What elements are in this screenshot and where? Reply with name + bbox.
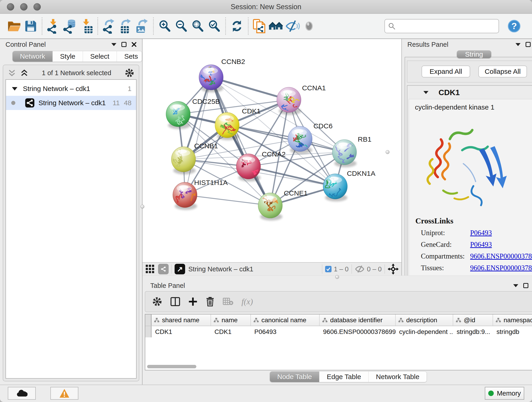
- export-image-button[interactable]: [134, 17, 150, 36]
- network-node-cdkn1a[interactable]: CDKN1A: [322, 170, 375, 201]
- network-view-icon[interactable]: [158, 264, 169, 274]
- column-header[interactable]: database identifier: [319, 314, 395, 326]
- float-panel-icon[interactable]: [513, 284, 518, 287]
- network-node-ccna1[interactable]: CCNA1: [277, 84, 326, 115]
- search-field[interactable]: [385, 19, 499, 33]
- table-cell[interactable]: stringdb: [493, 326, 532, 337]
- float-panel-icon[interactable]: [111, 43, 116, 46]
- network-selection-status: 1 of 1 Network selected: [32, 69, 120, 77]
- collapse-all-button[interactable]: Collapse All: [478, 65, 527, 77]
- tab-network-table[interactable]: Network Table: [369, 371, 427, 382]
- zoom-out-button[interactable]: [173, 17, 190, 36]
- bottom-splitter-handle[interactable]: [335, 275, 339, 279]
- column-header[interactable]: @id: [453, 314, 493, 326]
- network-node-hist1h1a[interactable]: HIST1H1A: [173, 179, 228, 210]
- expand-all-button[interactable]: Expand All: [422, 65, 470, 77]
- network-node-ccnb2[interactable]: CCNB2: [199, 58, 245, 92]
- warnings-button[interactable]: [51, 387, 78, 400]
- entry-expander-icon[interactable]: [423, 91, 428, 94]
- table-cell[interactable]: 9606.ENSP00000378699: [319, 326, 395, 337]
- hide-glasses-button[interactable]: [284, 17, 301, 36]
- table-cell[interactable]: CDK1: [151, 326, 211, 337]
- tab-style[interactable]: Style: [53, 51, 83, 62]
- zoom-in-button[interactable]: [157, 17, 173, 36]
- node-label: CCNA1: [302, 84, 326, 92]
- network-edge[interactable]: [185, 195, 270, 205]
- grid-view-icon[interactable]: [145, 264, 155, 274]
- expand-all-icon[interactable]: [20, 69, 28, 77]
- column-header[interactable]: name: [211, 314, 251, 326]
- share-document-button[interactable]: [251, 17, 268, 36]
- import-network-from-database-button[interactable]: [62, 17, 78, 36]
- export-network-button[interactable]: [101, 17, 117, 36]
- column-header[interactable]: description: [395, 314, 453, 326]
- show-columns-icon[interactable]: [171, 297, 180, 306]
- save-session-button[interactable]: [22, 17, 39, 36]
- export-table-button[interactable]: [117, 17, 134, 36]
- table-cell[interactable]: CDK1: [211, 326, 251, 337]
- show-eye-button[interactable]: [301, 17, 317, 36]
- selected-checkbox[interactable]: [325, 266, 331, 272]
- tab-edge-table[interactable]: Edge Table: [319, 371, 369, 382]
- table-options-gear-icon[interactable]: [152, 297, 162, 307]
- network-node-cdc25b[interactable]: CDC25B: [166, 98, 220, 131]
- column-header[interactable]: canonical name: [251, 314, 319, 326]
- memory-button[interactable]: Memory: [485, 387, 524, 400]
- maximize-panel-icon[interactable]: [526, 42, 531, 47]
- network-node-ccna2[interactable]: CCNA2: [236, 151, 285, 182]
- column-header[interactable]: shared name: [151, 314, 211, 326]
- tab-node-table[interactable]: Node Table: [270, 371, 319, 382]
- node-label: CDC25B: [192, 98, 220, 105]
- add-column-icon[interactable]: [188, 297, 197, 306]
- scrollbar-thumb[interactable]: [147, 365, 196, 368]
- table-horizontal-scrollbar[interactable]: [147, 365, 196, 369]
- collapse-all-icon[interactable]: [8, 69, 16, 77]
- import-network-from-file-button[interactable]: [45, 17, 62, 36]
- fit-content-button[interactable]: [190, 17, 206, 36]
- close-panel-icon[interactable]: [132, 42, 137, 47]
- birds-eye-view-icon[interactable]: ↗: [175, 264, 185, 274]
- maximize-panel-icon[interactable]: [523, 283, 528, 288]
- refresh-button[interactable]: [229, 17, 245, 36]
- column-header[interactable]: namespace: [493, 314, 532, 326]
- network-canvas[interactable]: CCNB2CCNA1CDC25BCDK1CDC6RB1CCNB1CCNA2CDK…: [143, 39, 401, 262]
- import-table-icon: [79, 19, 94, 34]
- table-cell[interactable]: P06493: [251, 326, 319, 337]
- delete-column-trash-icon[interactable]: [206, 297, 215, 307]
- tab-select[interactable]: Select: [83, 51, 117, 62]
- left-splitter-handle[interactable]: [140, 205, 144, 209]
- gear-icon[interactable]: [125, 68, 134, 78]
- table-cell[interactable]: cyclin-dependent ...: [395, 326, 453, 337]
- pan-crosshair-icon[interactable]: [388, 264, 399, 274]
- crosslink-link[interactable]: P06493: [470, 229, 492, 237]
- network-row[interactable]: String Network – cdk1 11 48: [6, 96, 136, 110]
- network-view-toolbar: ↗ String Network – cdk1 1 – 0 0 – 0: [143, 262, 401, 275]
- help-button[interactable]: ?: [506, 17, 522, 36]
- open-session-button[interactable]: [6, 17, 22, 36]
- network-graph[interactable]: CCNB2CCNA1CDC25BCDK1CDC6RB1CCNB1CCNA2CDK…: [143, 39, 401, 262]
- cloud-button[interactable]: [8, 387, 36, 400]
- tab-network[interactable]: Network: [13, 51, 53, 62]
- network-collection-row[interactable]: String Network – cdk1 1: [6, 82, 136, 96]
- right-splitter-handle[interactable]: [386, 150, 389, 154]
- network-node-cdc6[interactable]: CDC6: [288, 122, 333, 154]
- table-row[interactable]: CDK1CDK1P064939606.ENSP00000378699cyclin…: [145, 326, 532, 337]
- import-table-from-file-button[interactable]: [78, 17, 95, 36]
- network-node-ccne1[interactable]: CCNE1: [258, 190, 308, 220]
- search-input[interactable]: [398, 22, 495, 30]
- crosslink-link[interactable]: 9606.ENSP00000378699: [470, 252, 532, 260]
- tab-string[interactable]: String: [457, 51, 491, 58]
- home-button[interactable]: [268, 17, 284, 36]
- gray-eye-icon: [303, 20, 316, 32]
- crosslink-link[interactable]: P06493: [470, 240, 492, 249]
- float-panel-icon[interactable]: [515, 43, 520, 46]
- control-panel-title: Control Panel: [6, 41, 46, 48]
- zoom-selected-button[interactable]: [206, 17, 222, 36]
- document-share-icon: [253, 18, 267, 34]
- network-node-rb1[interactable]: RB1: [332, 136, 371, 167]
- tab-sets[interactable]: Sets: [117, 51, 142, 62]
- maximize-panel-icon[interactable]: [121, 42, 127, 47]
- collection-expander-icon[interactable]: [12, 87, 17, 90]
- table-cell[interactable]: stringdb:9...: [453, 326, 493, 337]
- crosslink-link[interactable]: 9606.ENSP00000378699: [470, 264, 532, 272]
